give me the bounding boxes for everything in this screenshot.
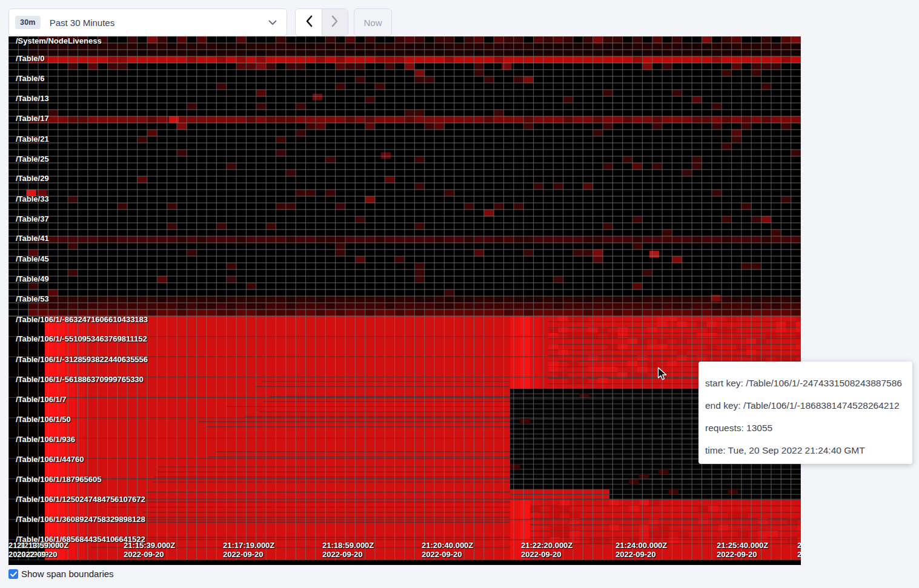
time-range-badge: 30m xyxy=(15,16,41,29)
span-tooltip: start key: /Table/106/1/-247433150824388… xyxy=(698,362,912,464)
time-range-label: Past 30 Minutes xyxy=(50,18,115,28)
chevron-down-icon xyxy=(268,20,277,25)
footer-controls: Show span boundaries xyxy=(8,569,114,579)
show-span-boundaries-label: Show span boundaries xyxy=(21,569,114,579)
time-range-dropdown[interactable]: 30m Past 30 Minutes xyxy=(8,8,287,36)
next-time-button[interactable] xyxy=(322,9,348,36)
chevron-left-icon xyxy=(305,15,313,30)
check-icon xyxy=(10,569,17,580)
tooltip-start-key: start key: /Table/106/1/-247433150824388… xyxy=(705,372,906,394)
tooltip-requests: requests: 13055 xyxy=(705,417,906,439)
now-button[interactable]: Now xyxy=(354,8,392,36)
key-visualizer-page: 30m Past 30 Minutes Now /System/NodeLive… xyxy=(0,0,919,588)
time-nav-group xyxy=(295,8,348,36)
chevron-right-icon xyxy=(331,15,339,30)
keyspace-heatmap[interactable]: /System/NodeLiveness/Table/0/Table/6/Tab… xyxy=(8,36,801,565)
tooltip-end-key: end key: /Table/106/1/-18683814745282642… xyxy=(705,394,906,417)
tooltip-time: time: Tue, 20 Sep 2022 21:24:40 GMT xyxy=(705,439,906,461)
prev-time-button[interactable] xyxy=(296,9,322,36)
show-span-boundaries-checkbox[interactable] xyxy=(8,569,18,579)
